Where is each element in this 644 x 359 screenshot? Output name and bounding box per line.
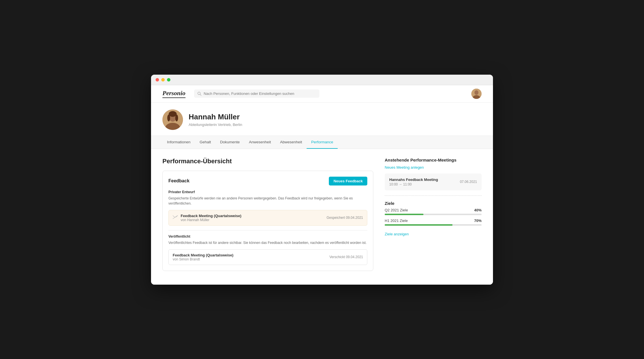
show-goals-link[interactable]: Ziele anzeigen [385, 232, 409, 236]
published-author: von Simon Brandt [173, 257, 233, 261]
feedback-card-title: Feedback [168, 178, 189, 183]
published-section-label: Veröffentlicht [168, 234, 367, 238]
tab-performance[interactable]: Performance [307, 136, 338, 149]
left-column: Performance-Übersicht Feedback Neues Fee… [162, 158, 373, 271]
profile-avatar [162, 109, 183, 130]
section-divider [168, 230, 367, 231]
top-nav: Personio [151, 85, 493, 103]
svg-line-11 [173, 215, 178, 219]
svg-line-1 [200, 94, 201, 95]
traffic-light-yellow[interactable] [161, 78, 165, 81]
published-date: Verschickt 09.04.2021 [329, 255, 363, 259]
search-input[interactable] [204, 91, 316, 96]
goal-header-h1: H1 2021 Ziele 70% [385, 219, 482, 223]
app-logo[interactable]: Personio [162, 89, 186, 98]
tabs-bar: Informationen Gehalt Dokumente Anwesenhe… [151, 136, 493, 149]
right-column: Anstehende Performance-Meetings Neues Me… [385, 158, 482, 271]
goals-section: Ziele Q2 2021 Ziele 40% H1 2021 Ziele [385, 201, 482, 240]
svg-point-10 [175, 115, 178, 121]
user-avatar-image [471, 89, 482, 99]
profile-name: Hannah Müller [189, 113, 242, 121]
search-bar[interactable] [194, 89, 319, 98]
goal-row-h1: H1 2021 Ziele 70% [385, 219, 482, 226]
draft-section-desc: Gespeicherte Entwürfe werden nie an ande… [168, 196, 367, 206]
feedback-card: Feedback Neues Feedback Privater Entwurf… [162, 171, 373, 271]
svg-point-9 [167, 115, 170, 121]
draft-date: Gespeichert 09.04.2021 [327, 216, 363, 220]
draft-title: Feedback Meeting (Quartalsweise) [181, 214, 241, 218]
search-icon [197, 92, 201, 96]
published-section-desc: Veröffentlichtes Feedback ist für andere… [168, 240, 367, 245]
draft-item-left: Feedback Meeting (Quartalsweise) von Han… [173, 214, 241, 222]
meeting-time: 10:00 → 11:00 [389, 182, 438, 186]
svg-point-3 [474, 90, 478, 95]
draft-hidden-icon [173, 215, 178, 220]
draft-author: von Hannah Müller [181, 218, 241, 222]
main-content: Performance-Übersicht Feedback Neues Fee… [151, 149, 493, 280]
meeting-info: Hannahs Feedback Meeting 10:00 → 11:00 [389, 178, 438, 186]
new-meeting-link[interactable]: Neues Meeting anlegen [385, 165, 424, 170]
tab-abwesenheit[interactable]: Abwesenheit [276, 136, 307, 149]
goal-row-q2: Q2 2021 Ziele 40% [385, 208, 482, 215]
profile-info: Hannah Müller Abteilungsleiterin Vertrie… [189, 113, 242, 127]
meeting-date: 07.06.2021 [460, 180, 477, 184]
tab-anwesenheit[interactable]: Anwesenheit [244, 136, 275, 149]
meeting-name: Hannahs Feedback Meeting [389, 178, 438, 182]
profile-avatar-image [162, 109, 183, 130]
browser-window: Personio [151, 75, 493, 285]
profile-role: Abteilungsleiterin Vertrieb, Berlin [189, 123, 242, 127]
published-title: Feedback Meeting (Quartalsweise) [173, 253, 233, 257]
section-separator [385, 195, 482, 196]
goal-header-q2: Q2 2021 Ziele 40% [385, 208, 482, 212]
svg-point-8 [169, 111, 177, 117]
new-feedback-button[interactable]: Neues Feedback [329, 177, 367, 185]
draft-section-label: Privater Entwurf [168, 190, 367, 194]
tab-informationen[interactable]: Informationen [162, 136, 195, 149]
app-content: Personio [151, 85, 493, 285]
user-avatar[interactable] [471, 89, 482, 99]
traffic-light-green[interactable] [167, 78, 170, 81]
goal-percent-h1: 70% [474, 219, 482, 223]
progress-bar-bg-q2 [385, 214, 482, 215]
progress-bar-bg-h1 [385, 224, 482, 226]
draft-item[interactable]: Feedback Meeting (Quartalsweise) von Han… [168, 210, 367, 226]
goal-percent-q2: 40% [474, 208, 482, 212]
feedback-card-header: Feedback Neues Feedback [168, 177, 367, 185]
progress-bar-fill-q2 [385, 214, 423, 215]
browser-chrome [151, 75, 493, 85]
progress-bar-fill-h1 [385, 224, 453, 226]
goal-name-h1: H1 2021 Ziele [385, 219, 408, 223]
meetings-heading: Anstehende Performance-Meetings [385, 158, 482, 162]
traffic-light-red[interactable] [156, 78, 159, 81]
page-title: Performance-Übersicht [162, 158, 373, 165]
published-item-left: Feedback Meeting (Quartalsweise) von Sim… [173, 253, 233, 261]
tab-dokumente[interactable]: Dokumente [215, 136, 244, 149]
profile-header: Hannah Müller Abteilungsleiterin Vertrie… [151, 103, 493, 136]
tab-gehalt[interactable]: Gehalt [195, 136, 216, 149]
goals-heading: Ziele [385, 201, 482, 206]
goal-name-q2: Q2 2021 Ziele [385, 208, 408, 212]
meeting-card[interactable]: Hannahs Feedback Meeting 10:00 → 11:00 0… [385, 174, 482, 190]
draft-info: Feedback Meeting (Quartalsweise) von Han… [181, 214, 241, 222]
published-item[interactable]: Feedback Meeting (Quartalsweise) von Sim… [168, 249, 367, 265]
